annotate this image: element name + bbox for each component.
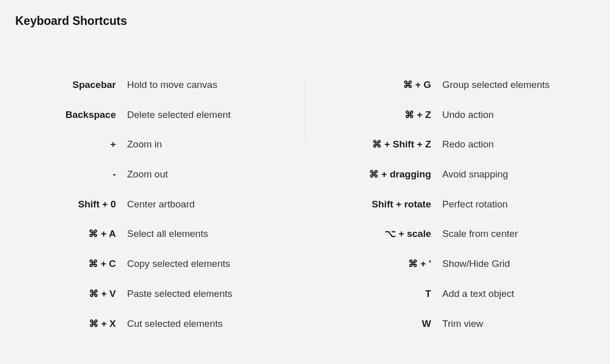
- shortcut-column-right: ⌘ + G Group selected elements ⌘ + Z Undo…: [305, 79, 595, 347]
- shortcut-desc: Paste selected elements: [127, 288, 295, 300]
- shortcut-key: ⌘ + V: [15, 288, 127, 300]
- shortcut-row: ⌘ + Z Undo action: [315, 109, 595, 122]
- shortcut-key: ⌘ + ': [315, 258, 442, 270]
- shortcut-key: +: [15, 138, 127, 151]
- shortcut-key: ⌥ + scale: [315, 228, 442, 240]
- shortcut-key: ⌘ + X: [15, 318, 127, 330]
- shortcut-key: Shift + rotate: [315, 198, 442, 211]
- shortcut-columns: Spacebar Hold to move canvas Backspace D…: [15, 79, 595, 347]
- shortcut-row: ⌘ + X Cut selected elements: [15, 318, 295, 330]
- column-divider: [305, 79, 306, 140]
- shortcut-key: ⌘ + A: [15, 228, 127, 240]
- shortcut-desc: Zoom in: [127, 138, 295, 151]
- shortcut-desc: Show/Hide Grid: [442, 258, 595, 270]
- shortcut-key: T: [315, 288, 442, 300]
- shortcut-desc: Scale from center: [442, 228, 595, 240]
- shortcut-desc: Zoom out: [127, 168, 295, 181]
- shortcut-row: ⌘ + A Select all elements: [15, 228, 295, 240]
- shortcut-desc: Delete selected element: [127, 109, 295, 122]
- shortcut-desc: Perfect rotation: [442, 198, 595, 211]
- shortcut-row: ⌘ + Shift + Z Redo action: [315, 138, 595, 151]
- shortcut-row: ⌘ + V Paste selected elements: [15, 288, 295, 300]
- shortcut-desc: Avoid snapping: [442, 168, 595, 181]
- shortcut-key: ⌘ + Z: [315, 109, 442, 122]
- shortcut-desc: Cut selected elements: [127, 318, 295, 330]
- shortcut-desc: Hold to move canvas: [127, 79, 295, 92]
- shortcut-row: ⌘ + G Group selected elements: [315, 79, 595, 92]
- shortcut-row: ⌥ + scale Scale from center: [315, 228, 595, 240]
- shortcut-key: ⌘ + G: [315, 79, 442, 92]
- shortcut-row: Backspace Delete selected element: [15, 109, 295, 122]
- shortcut-row: ⌘ + C Copy selected elements: [15, 258, 295, 270]
- shortcut-row: ⌘ + dragging Avoid snapping: [315, 168, 595, 181]
- shortcut-key: ⌘ + C: [15, 258, 127, 270]
- shortcut-row: Spacebar Hold to move canvas: [15, 79, 295, 92]
- shortcut-key: ⌘ + dragging: [315, 168, 442, 181]
- shortcut-key: ⌘ + Shift + Z: [315, 138, 442, 151]
- shortcut-key: Backspace: [15, 109, 127, 122]
- page-title: Keyboard Shortcuts: [15, 14, 595, 28]
- shortcut-row: - Zoom out: [15, 168, 295, 181]
- shortcut-row: ⌘ + ' Show/Hide Grid: [315, 258, 595, 270]
- shortcut-row: Shift + rotate Perfect rotation: [315, 198, 595, 211]
- shortcut-key: Shift + 0: [15, 198, 127, 211]
- shortcut-desc: Center artboard: [127, 198, 295, 211]
- shortcut-row: Shift + 0 Center artboard: [15, 198, 295, 211]
- shortcut-row: T Add a text object: [315, 288, 595, 300]
- shortcut-desc: Undo action: [442, 109, 595, 122]
- shortcut-row: W Trim view: [315, 318, 595, 330]
- shortcut-key: Spacebar: [15, 79, 127, 92]
- shortcut-row: + Zoom in: [15, 138, 295, 151]
- shortcut-desc: Copy selected elements: [127, 258, 295, 270]
- shortcut-desc: Trim view: [442, 318, 595, 330]
- shortcut-desc: Group selected elements: [442, 79, 595, 92]
- shortcut-desc: Add a text object: [442, 288, 595, 300]
- shortcut-desc: Select all elements: [127, 228, 295, 240]
- shortcut-key: -: [15, 168, 127, 181]
- shortcut-desc: Redo action: [442, 138, 595, 151]
- shortcut-key: W: [315, 318, 442, 330]
- shortcut-column-left: Spacebar Hold to move canvas Backspace D…: [15, 79, 305, 347]
